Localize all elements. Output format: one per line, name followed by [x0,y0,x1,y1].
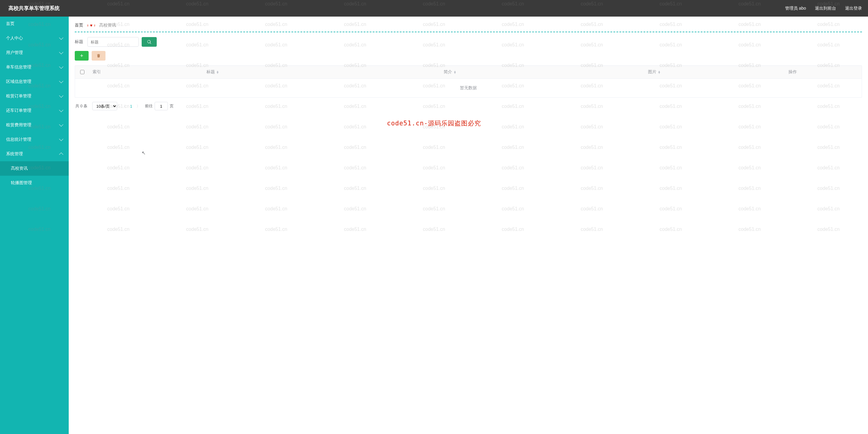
main-content: 首页 ♀♥♀ 高校资讯 标题 + 索引 [69,17,868,434]
logout-link[interactable]: 退出登录 [845,6,862,10]
chevron-up-icon [59,153,63,157]
sidebar-item-label: 个人中心 [6,36,23,41]
next-page-button[interactable]: 〉 [136,104,140,109]
sidebar: 首页 个人中心 用户管理 单车信息管理 区域信息管理 租赁订单管理 还车订单管理… [0,17,69,434]
prev-page-button[interactable]: 〈 [122,104,126,109]
th-index[interactable]: 索引 [90,66,111,79]
sidebar-item-label: 租赁订单管理 [6,93,31,99]
table-empty-text: 暂无数据 [75,79,862,97]
goto-input[interactable] [155,102,168,110]
sort-icon: ▲▼ [453,70,456,73]
trash-icon [96,54,101,58]
table-header: 索引 标题 ▲▼ 简介 ▲▼ 图片 ▲▼ 操作 [75,66,862,79]
sort-icon: ▲▼ [658,70,661,73]
search-button[interactable] [142,37,157,47]
sidebar-item-label: 信息统计管理 [6,137,31,142]
sidebar-item-label: 高校资讯 [11,166,28,171]
sidebar-item-return-order[interactable]: 还车订单管理 [0,103,69,118]
sidebar-item-home[interactable]: 首页 [0,17,69,31]
sidebar-item-personal[interactable]: 个人中心 [0,31,69,45]
th-image[interactable]: 图片 ▲▼ [585,66,724,79]
app-title: 高校共享单车管理系统 [8,5,60,12]
sidebar-item-label: 单车信息管理 [6,64,31,70]
th-action: 操作 [723,66,862,79]
sidebar-item-bike-info[interactable]: 单车信息管理 [0,60,69,74]
chevron-down-icon [59,79,63,83]
sidebar-subitem-carousel[interactable]: 轮播图管理 [0,176,69,190]
th-checkbox[interactable] [75,66,90,79]
sidebar-item-label: 轮播图管理 [11,180,32,186]
sidebar-item-label: 用户管理 [6,50,23,56]
pagination-total: 共 0 条 [75,103,87,109]
sidebar-item-user-mgmt[interactable]: 用户管理 [0,45,69,60]
sidebar-item-rent-order[interactable]: 租赁订单管理 [0,89,69,103]
page-size-select[interactable]: 10条/页 [92,102,117,110]
breadcrumb: 首页 ♀♥♀ 高校资讯 [75,20,862,32]
exit-front-link[interactable]: 退出到前台 [815,6,836,10]
th-title[interactable]: 标题 ▲▼ [111,66,315,79]
sidebar-item-label: 区域信息管理 [6,79,31,84]
select-all-checkbox[interactable] [80,70,84,74]
goto-label: 前往 [145,103,153,109]
filter-label: 标题 [75,39,83,44]
sidebar-item-label: 租赁费用管理 [6,122,31,128]
breadcrumb-home[interactable]: 首页 [75,23,83,28]
goto-suffix: 页 [170,103,174,109]
chevron-down-icon [59,36,63,40]
admin-label[interactable]: 管理员 abo [785,6,806,10]
breadcrumb-current: 高校资讯 [99,23,116,28]
chevron-down-icon [59,122,63,127]
chevron-down-icon [59,108,63,112]
add-button[interactable]: + [75,51,89,61]
sidebar-item-label: 还车订单管理 [6,108,31,113]
search-icon [147,40,151,44]
th-summary[interactable]: 简介 ▲▼ [315,66,585,79]
sidebar-subitem-news[interactable]: 高校资讯 [0,161,69,176]
breadcrumb-icon: ♀♥♀ [86,23,96,28]
sort-icon: ▲▼ [216,70,219,73]
chevron-down-icon [59,64,63,69]
chevron-down-icon [59,93,63,98]
sidebar-item-system[interactable]: 系统管理 [0,147,69,161]
sidebar-item-label: 系统管理 [6,151,23,157]
chevron-down-icon [59,50,63,54]
sidebar-item-rent-fee[interactable]: 租赁费用管理 [0,118,69,132]
data-table: 索引 标题 ▲▼ 简介 ▲▼ 图片 ▲▼ 操作 暂无数据 [75,65,862,98]
delete-button[interactable] [92,51,105,61]
sidebar-item-region[interactable]: 区域信息管理 [0,74,69,89]
sidebar-item-label: 首页 [6,21,14,27]
pagination: 共 0 条 10条/页 〈 1 〉 前往 页 [75,98,862,115]
sidebar-item-info-stats[interactable]: 信息统计管理 [0,132,69,147]
title-input[interactable] [87,37,138,47]
current-page[interactable]: 1 [130,104,132,108]
chevron-down-icon [59,137,63,141]
